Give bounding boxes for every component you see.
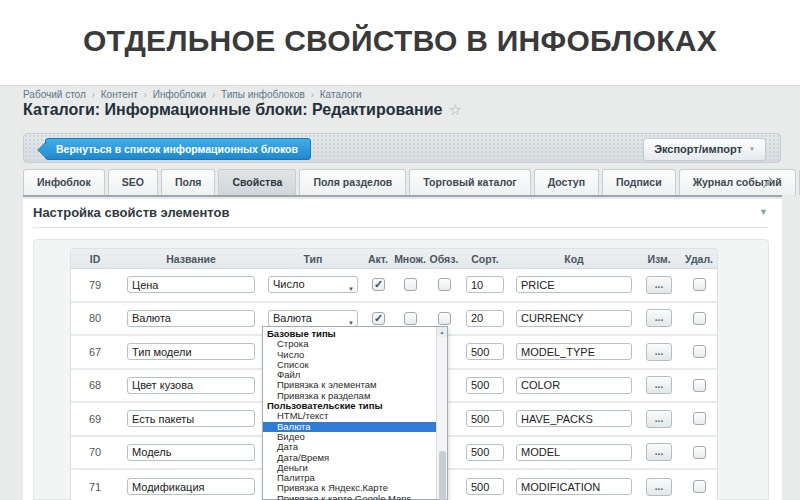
- property-name-input[interactable]: [127, 377, 255, 394]
- column-header: Изм.: [639, 253, 679, 265]
- sort-input[interactable]: [466, 276, 504, 293]
- tab-Журнал событий[interactable]: Журнал событий: [679, 169, 796, 195]
- edit-settings-button[interactable]: ...: [646, 276, 672, 294]
- dropdown-option[interactable]: Видео: [263, 432, 436, 442]
- dropdown-option[interactable]: Привязка к Яндекс.Карте: [263, 483, 436, 493]
- dropdown-option[interactable]: Строка: [263, 339, 436, 349]
- type-select[interactable]: Валюта▼: [268, 310, 358, 327]
- delete-checkbox[interactable]: [693, 312, 706, 325]
- required-checkbox[interactable]: [438, 278, 451, 291]
- dropdown-options: Базовые типыСтрокаЧислоСписокФайлПривязк…: [263, 329, 436, 500]
- sort-input[interactable]: [466, 310, 504, 327]
- screen: ОТДЕЛЬНОЕ СВОЙСТВО В ИНФОБЛОКАХ Рабочий …: [0, 0, 800, 500]
- cell: [461, 470, 509, 500]
- multiple-checkbox[interactable]: [404, 278, 417, 291]
- breadcrumb-item[interactable]: Инфоблоки: [153, 89, 206, 100]
- dropdown-option[interactable]: Привязка к элементам: [263, 380, 436, 390]
- dropdown-option[interactable]: HTML/текст: [263, 411, 436, 421]
- code-input[interactable]: [516, 478, 632, 495]
- code-input[interactable]: [516, 444, 632, 461]
- delete-checkbox[interactable]: [693, 345, 706, 358]
- cell: [119, 269, 263, 301]
- back-to-list-button[interactable]: Вернуться в список информационных блоков: [45, 138, 311, 160]
- edit-settings-button[interactable]: ...: [646, 309, 672, 327]
- dropdown-option[interactable]: Валюта: [263, 422, 436, 432]
- delete-checkbox[interactable]: [693, 278, 706, 291]
- tab-Подписи[interactable]: Подписи: [602, 169, 676, 195]
- tabs: ИнфоблокSEOПоляСвойстваПоля разделовТорг…: [23, 169, 782, 197]
- scroll-up-icon[interactable]: ▲: [437, 327, 447, 337]
- code-input[interactable]: [516, 276, 632, 293]
- active-checkbox[interactable]: [372, 278, 385, 291]
- edit-settings-button[interactable]: ...: [646, 443, 672, 461]
- export-import-button[interactable]: Экспорт/импорт▼: [643, 138, 766, 161]
- dropdown-option[interactable]: Дата/Время: [263, 453, 436, 463]
- code-input[interactable]: [516, 377, 632, 394]
- property-id: 70: [89, 446, 101, 458]
- edit-settings-button[interactable]: ...: [646, 343, 672, 361]
- sort-input[interactable]: [466, 343, 504, 360]
- multiple-checkbox[interactable]: [404, 312, 417, 325]
- sort-input[interactable]: [466, 444, 504, 461]
- cell: 71: [71, 470, 119, 500]
- delete-checkbox[interactable]: [693, 480, 706, 493]
- breadcrumb-item[interactable]: Рабочий стол: [23, 89, 86, 100]
- property-name-input[interactable]: [127, 310, 255, 327]
- property-name-input[interactable]: [127, 276, 255, 293]
- tab-SEO[interactable]: SEO: [108, 169, 158, 195]
- dropdown-option[interactable]: Палитра: [263, 473, 436, 483]
- property-name-input[interactable]: [127, 343, 255, 360]
- dropdown-option[interactable]: Привязка к разделам: [263, 391, 436, 401]
- cell: 70: [71, 437, 119, 469]
- edit-settings-button[interactable]: ...: [646, 376, 672, 394]
- cell: [461, 303, 509, 335]
- tab-Торговый каталог[interactable]: Торговый каталог: [409, 169, 530, 195]
- collapse-section-icon[interactable]: ▼: [759, 207, 768, 217]
- favorite-star-icon[interactable]: ☆: [448, 101, 461, 118]
- cell: [461, 269, 509, 301]
- property-name-input[interactable]: [127, 410, 255, 427]
- tab-Инфоблок[interactable]: Инфоблок: [23, 169, 105, 195]
- tab-Свойства[interactable]: Свойства: [218, 169, 296, 195]
- property-name-input[interactable]: [127, 444, 255, 461]
- code-input[interactable]: [516, 410, 632, 427]
- dropdown-scrollbar[interactable]: ▲: [436, 327, 447, 499]
- breadcrumb-item[interactable]: Типы инфоблоков: [221, 89, 305, 100]
- dropdown-option[interactable]: Привязка к карте Google Maps: [263, 494, 436, 500]
- sort-input[interactable]: [466, 478, 504, 495]
- sort-input[interactable]: [466, 410, 504, 427]
- breadcrumb-item[interactable]: Контент: [101, 89, 138, 100]
- dropdown-option[interactable]: Дата: [263, 442, 436, 452]
- tab-Доступ[interactable]: Доступ: [534, 169, 599, 195]
- cell: [461, 437, 509, 469]
- sort-input[interactable]: [466, 377, 504, 394]
- dropdown-option[interactable]: Деньги: [263, 463, 436, 473]
- cell: 68: [71, 370, 119, 402]
- chevron-down-icon: ▼: [348, 282, 354, 293]
- cell: [119, 437, 263, 469]
- required-checkbox[interactable]: [438, 312, 451, 325]
- delete-checkbox[interactable]: [693, 412, 706, 425]
- delete-checkbox[interactable]: [693, 379, 706, 392]
- breadcrumb-item[interactable]: Каталоги: [320, 89, 362, 100]
- tab-Поля разделов[interactable]: Поля разделов: [299, 169, 406, 195]
- export-import-label: Экспорт/импорт: [654, 143, 742, 155]
- cell: [461, 336, 509, 368]
- code-input[interactable]: [516, 310, 632, 327]
- code-input[interactable]: [516, 343, 632, 360]
- tab-Поля[interactable]: Поля: [161, 169, 216, 195]
- active-checkbox[interactable]: [372, 312, 385, 325]
- type-select[interactable]: Число▼: [268, 276, 358, 293]
- dropdown-option[interactable]: Файл: [263, 370, 436, 380]
- dropdown-option[interactable]: Список: [263, 360, 436, 370]
- pin-icon[interactable]: [760, 175, 774, 189]
- table-row: 79Число▼...: [71, 269, 717, 303]
- property-name-input[interactable]: [127, 478, 255, 495]
- edit-settings-button[interactable]: ...: [646, 478, 672, 496]
- cell: [509, 303, 639, 335]
- scrollbar-thumb[interactable]: [439, 451, 446, 500]
- property-id: 67: [89, 346, 101, 358]
- dropdown-option[interactable]: Число: [263, 350, 436, 360]
- edit-settings-button[interactable]: ...: [646, 410, 672, 428]
- delete-checkbox[interactable]: [693, 446, 706, 459]
